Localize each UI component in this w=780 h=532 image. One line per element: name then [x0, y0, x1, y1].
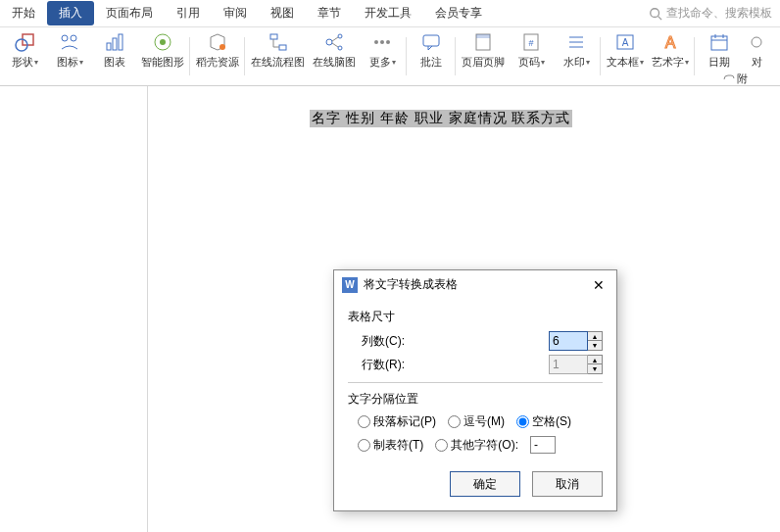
- ribbon-wordart[interactable]: A 艺术字▾: [652, 31, 689, 70]
- more-icon: [371, 31, 393, 53]
- chevron-down-icon: ▾: [392, 58, 396, 67]
- tab-dev[interactable]: 开发工具: [353, 1, 423, 25]
- svg-text:#: #: [528, 38, 533, 48]
- pagenum-icon: #: [520, 31, 542, 53]
- ribbon-smartart[interactable]: 智能图形: [141, 31, 184, 70]
- radio-space[interactable]: 空格(S): [516, 413, 571, 430]
- tab-bar: 开始 插入 页面布局 引用 审阅 视图 章节 开发工具 会员专享 查找命令、搜索…: [0, 0, 780, 27]
- ribbon-pagenum[interactable]: # 页码▾: [512, 31, 550, 70]
- svg-rect-33: [711, 36, 727, 50]
- svg-point-20: [380, 40, 384, 44]
- icons-icon: [59, 31, 80, 53]
- other-char-input[interactable]: [530, 436, 556, 454]
- ribbon-date[interactable]: 日期: [701, 31, 738, 70]
- radio-comma[interactable]: 逗号(M): [448, 413, 505, 430]
- rows-down: ▼: [588, 364, 602, 373]
- shape-icon: [14, 31, 35, 53]
- tab-reference[interactable]: 引用: [165, 1, 212, 25]
- cols-label: 列数(C):: [362, 333, 420, 350]
- dialog-title: 将文字转换成表格: [364, 276, 458, 293]
- svg-point-37: [752, 37, 761, 47]
- ribbon-shape[interactable]: 形状▾: [6, 31, 43, 70]
- svg-point-21: [386, 40, 390, 44]
- cols-down[interactable]: ▼: [588, 341, 602, 350]
- headerfooter-icon: [472, 31, 494, 53]
- radio-other[interactable]: 其他字符(O):: [435, 437, 518, 454]
- cols-up[interactable]: ▲: [588, 332, 602, 341]
- svg-point-5: [71, 35, 76, 41]
- svg-text:A: A: [622, 37, 629, 48]
- chevron-down-icon: ▾: [640, 58, 644, 67]
- chevron-down-icon: ▾: [586, 58, 590, 67]
- ribbon-object[interactable]: 对: [746, 31, 767, 70]
- comment-icon: [420, 31, 442, 53]
- ribbon-resource[interactable]: 稻壳资源: [196, 31, 239, 70]
- search-box[interactable]: 查找命令、搜索模板: [641, 3, 780, 24]
- svg-point-16: [338, 46, 342, 50]
- chevron-down-icon: ▾: [541, 58, 545, 67]
- svg-point-15: [338, 34, 342, 38]
- search-placeholder: 查找命令、搜索模板: [666, 5, 772, 22]
- convert-text-to-table-dialog: W 将文字转换成表格 ✕ 表格尺寸 列数(C): ▲▼ 行数(R): ▲▼: [333, 269, 617, 511]
- resource-icon: [207, 31, 228, 53]
- svg-rect-22: [423, 35, 439, 46]
- rows-label: 行数(R):: [362, 357, 420, 373]
- tab-layout[interactable]: 页面布局: [94, 1, 165, 25]
- ribbon-watermark[interactable]: 水印▾: [558, 31, 595, 70]
- ribbon-chart[interactable]: 图表: [96, 31, 133, 70]
- ribbon-textbox[interactable]: A 文本框▾: [607, 31, 644, 70]
- svg-point-4: [62, 35, 68, 41]
- svg-rect-6: [107, 43, 111, 50]
- chart-icon: [104, 31, 125, 53]
- close-button[interactable]: ✕: [589, 277, 609, 293]
- svg-text:A: A: [665, 34, 676, 51]
- tab-view[interactable]: 视图: [259, 1, 306, 25]
- ribbon-comment[interactable]: 批注: [413, 31, 450, 70]
- radio-tab[interactable]: 制表符(T): [358, 437, 423, 454]
- ribbon-icons[interactable]: 图标▾: [51, 31, 88, 70]
- document-area[interactable]: 名字 性别 年龄 职业 家庭情况 联系方式 W 将文字转换成表格 ✕ 表格尺寸 …: [0, 86, 780, 532]
- page-edge: [147, 86, 148, 532]
- tab-section[interactable]: 章节: [306, 1, 353, 25]
- svg-rect-7: [113, 38, 117, 50]
- size-section-label: 表格尺寸: [348, 309, 603, 325]
- svg-line-17: [332, 37, 338, 41]
- date-icon: [708, 31, 730, 53]
- tab-insert[interactable]: 插入: [47, 1, 94, 25]
- smartart-icon: [152, 31, 173, 53]
- tab-start[interactable]: 开始: [0, 1, 47, 25]
- ゚object-icon: [746, 31, 767, 53]
- mindmap-icon: [323, 31, 345, 53]
- ribbon-headerfooter[interactable]: 页眉页脚: [462, 31, 505, 70]
- rows-input: [549, 355, 588, 374]
- flowchart-icon: [268, 31, 289, 53]
- chevron-down-icon: ▾: [79, 58, 83, 67]
- selected-text[interactable]: 名字 性别 年龄 职业 家庭情况 联系方式: [310, 110, 572, 127]
- ribbon-flowchart[interactable]: 在线流程图: [251, 31, 305, 70]
- svg-point-14: [326, 39, 332, 45]
- radio-paragraph[interactable]: 段落标记(P): [358, 413, 436, 430]
- svg-line-1: [658, 16, 662, 20]
- svg-rect-13: [279, 45, 286, 50]
- cancel-button[interactable]: 取消: [532, 471, 603, 497]
- textbox-icon: A: [614, 31, 636, 53]
- svg-point-0: [651, 8, 659, 17]
- watermark-icon: [565, 31, 587, 53]
- divider: [348, 382, 603, 383]
- ribbon: 形状▾ 图标▾ 图表 智能图形 稻壳资源 在线流程图: [0, 27, 780, 86]
- svg-rect-12: [270, 34, 277, 39]
- ribbon-mindmap[interactable]: 在线脑图: [313, 31, 356, 70]
- wordart-icon: A: [659, 31, 681, 53]
- dialog-titlebar[interactable]: W 将文字转换成表格 ✕: [334, 270, 616, 299]
- ok-button[interactable]: 确定: [450, 471, 520, 497]
- svg-point-11: [219, 44, 225, 50]
- chevron-down-icon: ▾: [34, 58, 38, 67]
- ribbon-more[interactable]: 更多▾: [364, 31, 401, 70]
- ribbon-attach[interactable]: 附: [721, 72, 748, 86]
- tab-vip[interactable]: 会员专享: [423, 1, 494, 25]
- svg-point-19: [374, 40, 378, 44]
- sep-section-label: 文字分隔位置: [348, 391, 603, 408]
- cols-input[interactable]: [549, 331, 588, 351]
- search-icon: [649, 7, 662, 21]
- tab-review[interactable]: 审阅: [212, 1, 259, 25]
